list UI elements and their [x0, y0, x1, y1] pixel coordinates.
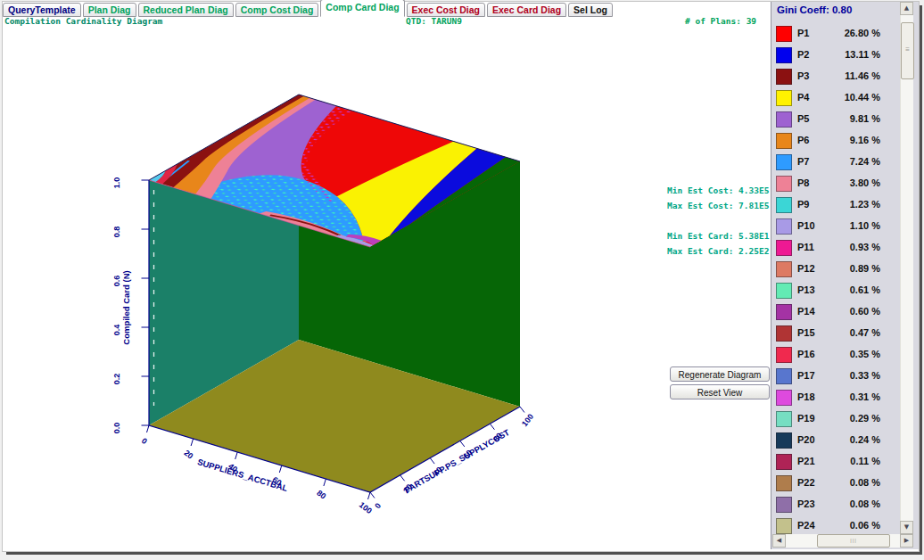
legend-item: P190.29 %	[771, 410, 900, 432]
svg-text:80: 80	[315, 489, 327, 501]
plan-percentage: 0.29 %	[818, 413, 880, 424]
plan-color-swatch	[776, 47, 792, 63]
legend-item: P170.33 %	[771, 367, 900, 389]
plan-percentage: 0.11 %	[818, 456, 880, 466]
plan-label: P9	[797, 199, 809, 210]
scroll-down-button[interactable]: ▼	[900, 521, 913, 534]
legend-item: P59.81 %	[771, 111, 900, 132]
tab-exec-cost-diag[interactable]: Exec Cost Diag	[407, 3, 485, 17]
plan-color-swatch	[776, 26, 792, 42]
plan-color-swatch	[776, 347, 792, 363]
plan-percentage: 1.23 %	[818, 199, 880, 210]
tab-comp-card-diag[interactable]: Comp Card Diag	[320, 0, 404, 17]
plan-color-swatch	[776, 133, 792, 149]
plan-color-swatch	[776, 218, 792, 235]
legend-vscrollbar[interactable]: ▲ ≡ ▼	[900, 2, 913, 534]
legend-item: P110.93 %	[771, 239, 900, 260]
plan-percentage: 10.44 %	[818, 92, 880, 103]
svg-text:0.4: 0.4	[112, 325, 121, 336]
plan-color-swatch	[776, 176, 792, 192]
tab-comp-cost-diag[interactable]: Comp Cost Diag	[235, 3, 319, 17]
legend-item: P150.47 %	[771, 325, 900, 346]
legend-item: P69.16 %	[771, 132, 900, 153]
tab-sel-log[interactable]: Sel Log	[568, 3, 613, 17]
svg-text:Compiled Card (N): Compiled Card (N)	[121, 270, 131, 344]
svg-text:0.2: 0.2	[112, 374, 121, 385]
plan-percentage: 0.61 %	[818, 284, 880, 295]
legend-item: P130.61 %	[771, 282, 900, 303]
cost-estimates: Min Est Cost: 4.33E5Max Est Cost: 7.81E5	[667, 183, 769, 213]
tab-exec-card-diag[interactable]: Exec Card Diag	[487, 3, 566, 17]
plan-color-swatch	[776, 197, 792, 213]
plan-percentage: 0.35 %	[818, 349, 880, 359]
plan-label: P3	[797, 70, 809, 81]
scroll-up-button[interactable]: ▲	[900, 2, 913, 15]
legend-item: P101.10 %	[771, 218, 900, 239]
plan-color-swatch	[776, 154, 792, 170]
legend-item: P126.80 %	[771, 25, 900, 46]
plan-color-swatch	[776, 454, 792, 470]
plan-count-label: # of Plans: 39	[685, 16, 756, 26]
hscroll-thumb[interactable]: |||	[817, 534, 890, 548]
svg-text:20: 20	[182, 449, 194, 461]
svg-text:0.0: 0.0	[112, 423, 121, 434]
plan-percentage: 0.60 %	[818, 306, 880, 317]
gini-coeff-label: Gini Coeff: 0.80	[777, 4, 852, 15]
legend-item: P410.44 %	[771, 89, 900, 111]
legend-hscrollbar[interactable]: ◀ ||| ▶	[772, 534, 913, 548]
legend-item: P83.80 %	[771, 175, 900, 196]
plan-label: P18	[797, 391, 815, 402]
scroll-left-button[interactable]: ◀	[772, 534, 786, 548]
tab-bar: QueryTemplatePlan DiagReduced Plan DiagC…	[3, 1, 615, 17]
svg-text:100: 100	[520, 412, 535, 428]
plan-legend-panel: Gini Coeff: 0.80 P126.80 %P213.11 %P311.…	[771, 2, 919, 549]
legend-item: P213.11 %	[771, 46, 900, 68]
plan-color-swatch	[776, 325, 792, 342]
plan-color-swatch	[776, 240, 792, 256]
hscroll-track[interactable]: |||	[786, 534, 900, 548]
tab-reduced-plan-diag[interactable]: Reduced Plan Diag	[138, 3, 234, 17]
scroll-right-button[interactable]: ▶	[900, 534, 913, 548]
reset-view-button[interactable]: Reset View	[670, 384, 770, 399]
svg-text:0.6: 0.6	[112, 276, 121, 287]
plan-label: P4	[797, 92, 809, 103]
plan-color-swatch	[776, 475, 792, 491]
plan-label: P12	[797, 263, 815, 274]
legend-item: P160.35 %	[771, 346, 900, 367]
plan-label: P11	[797, 242, 814, 252]
plan-percentage: 0.08 %	[818, 477, 880, 488]
plan-percentage: 9.81 %	[818, 113, 880, 124]
tab-querytemplate[interactable]: QueryTemplate	[3, 3, 81, 17]
legend-item: P220.08 %	[771, 474, 900, 496]
legend-item: P91.23 %	[771, 196, 900, 218]
plan-color-swatch	[776, 111, 792, 128]
plan-percentage: 0.31 %	[818, 391, 880, 402]
qtd-label: QTD: TARUN9	[406, 16, 462, 26]
regenerate-diagram-button[interactable]: Regenerate Diagram	[670, 366, 770, 382]
plan-percentage: 9.16 %	[818, 135, 880, 145]
svg-text:0: 0	[140, 436, 149, 446]
tab-plan-diag[interactable]: Plan Diag	[83, 3, 136, 17]
plan-color-swatch	[776, 497, 792, 513]
plan-percentage: 0.06 %	[818, 520, 880, 531]
legend-item: P230.08 %	[771, 496, 900, 517]
vscroll-thumb[interactable]: ≡	[901, 22, 914, 79]
plan-label: P2	[797, 49, 809, 60]
plan-percentage: 13.11 %	[818, 49, 880, 60]
plan-label: P10	[797, 220, 815, 231]
plan-color-swatch	[776, 368, 792, 384]
plan-color-swatch	[776, 518, 792, 534]
plan-label: P23	[797, 498, 815, 509]
plan-percentage: 0.47 %	[818, 327, 880, 338]
plan-label: P21	[797, 456, 815, 466]
plan-percentage: 1.10 %	[818, 220, 880, 231]
plan-percentage: 0.08 %	[818, 498, 880, 509]
plan-color-swatch	[776, 411, 792, 427]
vscroll-track[interactable]: ≡	[900, 15, 913, 521]
plan-color-swatch	[776, 283, 792, 299]
plan-percentage: 0.33 %	[818, 370, 880, 381]
plan-label: P1	[797, 28, 809, 38]
plan-percentage: 7.24 %	[818, 156, 880, 167]
plan-label: P17	[797, 370, 815, 381]
plan-color-swatch	[776, 390, 792, 406]
